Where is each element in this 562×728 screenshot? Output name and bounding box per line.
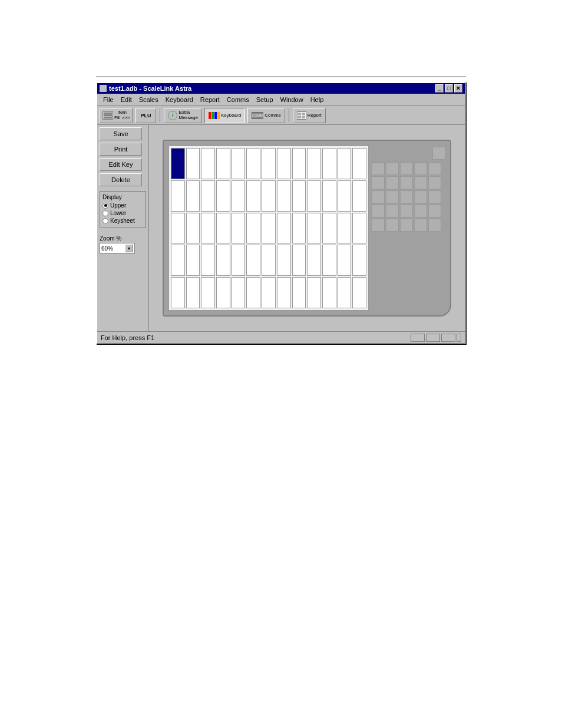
right-key-cell[interactable] [372, 162, 385, 175]
right-key-cell[interactable] [414, 162, 427, 175]
key-cell[interactable] [171, 180, 185, 212]
key-cell[interactable] [292, 148, 306, 179]
key-cell[interactable] [262, 213, 276, 244]
toolbar-comms-btn[interactable]: COMM Comms [247, 108, 285, 123]
key-cell[interactable] [246, 213, 260, 244]
key-cell[interactable] [186, 245, 200, 276]
key-cell[interactable] [232, 148, 246, 179]
key-cell[interactable] [322, 180, 336, 212]
zoom-select[interactable]: 60% ▼ [100, 243, 135, 253]
key-cell[interactable] [307, 213, 321, 244]
toolbar-extra-message[interactable]: i ExtraMessage [164, 108, 201, 123]
key-cell[interactable] [216, 148, 230, 179]
toolbar-keyboard[interactable]: Keyboard [204, 108, 245, 123]
menu-setup[interactable]: Setup [253, 95, 277, 104]
key-cell[interactable] [307, 148, 321, 179]
key-cell[interactable] [216, 245, 230, 276]
key-cell[interactable] [186, 213, 200, 244]
edit-key-button[interactable]: Edit Key [100, 158, 142, 171]
right-key-cell[interactable] [428, 176, 441, 189]
right-key-cell[interactable] [386, 219, 399, 232]
right-key-cell[interactable] [414, 219, 427, 232]
key-cell[interactable] [216, 213, 230, 244]
key-cell[interactable] [171, 213, 185, 244]
right-key-cell[interactable] [428, 205, 441, 218]
radio-upper[interactable]: Upper [103, 202, 143, 209]
maximize-button[interactable]: □ [445, 84, 453, 93]
right-key-cell[interactable] [400, 219, 413, 232]
minimize-button[interactable]: _ [435, 84, 444, 93]
key-cell[interactable] [216, 277, 230, 308]
key-cell[interactable] [352, 180, 366, 212]
right-key-cell[interactable] [400, 205, 413, 218]
right-key-cell[interactable] [372, 219, 385, 232]
key-cell[interactable] [262, 180, 276, 212]
right-key-cell[interactable] [400, 162, 413, 175]
right-key-cell[interactable] [400, 190, 413, 203]
zoom-dropdown-arrow[interactable]: ▼ [125, 244, 133, 252]
right-key-cell[interactable] [414, 190, 427, 203]
key-cell[interactable] [186, 180, 200, 212]
right-key-cell[interactable] [372, 190, 385, 203]
close-button[interactable]: ✕ [454, 84, 462, 93]
key-cell[interactable] [232, 213, 246, 244]
key-cell[interactable] [277, 277, 291, 308]
key-cell[interactable] [352, 277, 366, 308]
key-cell[interactable] [216, 180, 230, 212]
toolbar-item-fill[interactable]: ItemFill >>> [100, 108, 133, 123]
key-cell[interactable] [352, 245, 366, 276]
key-cell[interactable] [292, 277, 306, 308]
menu-file[interactable]: File [100, 95, 117, 104]
radio-lower[interactable]: Lower [103, 210, 143, 216]
key-cell[interactable] [307, 277, 321, 308]
right-key-cell[interactable] [428, 219, 441, 232]
key-cell[interactable] [246, 277, 260, 308]
key-cell[interactable] [201, 245, 215, 276]
right-key-cell[interactable] [428, 190, 441, 203]
key-cell[interactable] [322, 245, 336, 276]
right-key-cell[interactable] [414, 205, 427, 218]
key-cell[interactable] [338, 148, 352, 179]
key-cell[interactable] [246, 245, 260, 276]
key-cell[interactable] [232, 245, 246, 276]
key-cell[interactable] [186, 148, 200, 179]
key-cell[interactable] [277, 245, 291, 276]
toolbar-report[interactable]: Report [293, 108, 326, 123]
key-cell[interactable] [262, 148, 276, 179]
key-cell[interactable] [246, 148, 260, 179]
right-key-cell[interactable] [372, 205, 385, 218]
delete-button[interactable]: Delete [100, 173, 142, 186]
key-cell[interactable] [262, 277, 276, 308]
menu-keyboard[interactable]: Keyboard [162, 95, 197, 104]
key-cell[interactable] [338, 277, 352, 308]
key-cell[interactable] [292, 180, 306, 212]
key-cell[interactable] [352, 148, 366, 179]
key-top-right[interactable] [432, 147, 445, 160]
key-cell[interactable] [277, 148, 291, 179]
radio-keysheet[interactable]: Keysheet [103, 218, 143, 224]
key-cell[interactable] [201, 180, 215, 212]
right-key-cell[interactable] [386, 176, 399, 189]
key-cell[interactable] [338, 245, 352, 276]
key-cell[interactable] [232, 180, 246, 212]
key-cell[interactable] [322, 213, 336, 244]
key-cell[interactable] [186, 277, 200, 308]
key-cell[interactable] [352, 213, 366, 244]
toolbar-plu[interactable]: PLU [135, 108, 156, 123]
menu-help[interactable]: Help [307, 95, 328, 104]
key-cell[interactable] [277, 213, 291, 244]
key-cell[interactable] [201, 148, 215, 179]
key-cell[interactable] [201, 213, 215, 244]
menu-scales[interactable]: Scales [135, 95, 162, 104]
key-cell[interactable] [292, 245, 306, 276]
right-key-cell[interactable] [386, 162, 399, 175]
key-cell[interactable] [201, 277, 215, 308]
key-cell[interactable] [246, 180, 260, 212]
menu-window[interactable]: Window [277, 95, 307, 104]
right-key-cell[interactable] [400, 176, 413, 189]
right-key-cell[interactable] [386, 205, 399, 218]
key-cell[interactable] [171, 245, 185, 276]
key-cell[interactable] [171, 277, 185, 308]
key-cell[interactable] [307, 180, 321, 212]
menu-edit[interactable]: Edit [117, 95, 135, 104]
